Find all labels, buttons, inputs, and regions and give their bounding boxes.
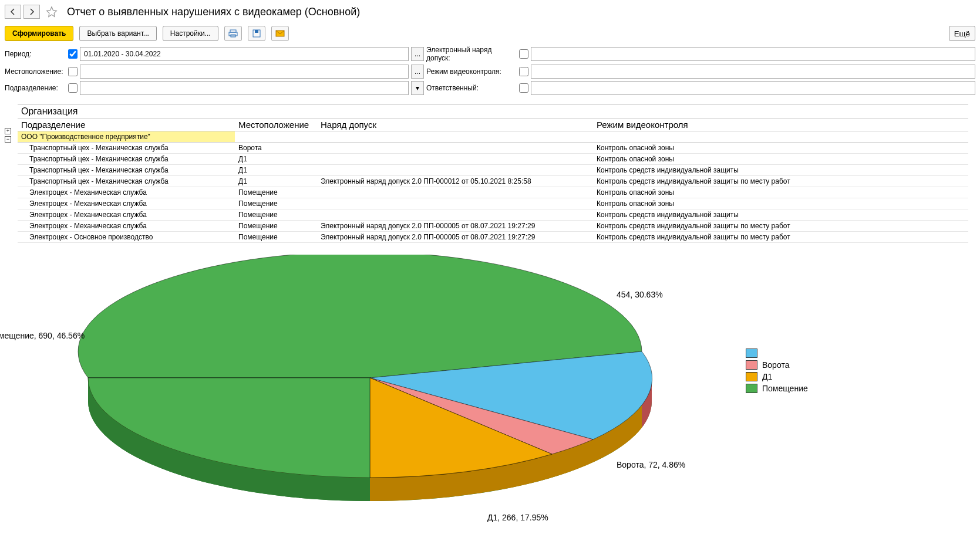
legend-swatch-pom [746, 384, 757, 393]
responsible-input[interactable] [531, 81, 975, 95]
period-label: Период: [5, 50, 63, 58]
location-input[interactable] [80, 65, 409, 79]
chart-label-vorota: Ворота, 72, 4.86% [617, 460, 685, 469]
chart-label-d1: Д1, 266, 17.95% [487, 513, 548, 522]
table-row[interactable]: Электроцех - Механическая службаПомещени… [18, 198, 968, 209]
org-name-cell[interactable]: ООО "Производственное предприятие" [18, 131, 968, 143]
pie-chart: 454, 30.63% Ворота, 72, 4.86% Д1, 266, 1… [18, 255, 722, 538]
table-row[interactable]: Электроцех - Механическая службаПомещени… [18, 187, 968, 198]
videomode-input[interactable] [531, 65, 975, 79]
nav-back-button[interactable] [5, 5, 21, 19]
col-division: Подразделение [18, 119, 235, 131]
expand-all-button[interactable]: + [5, 128, 11, 134]
page-title: Отчет о выявленных нарушениях с видеокам… [67, 6, 360, 18]
legend-swatch-d1 [746, 372, 757, 381]
col-mode: Режим видеоконтроля [593, 119, 968, 131]
col-location: Местоположение [235, 119, 317, 131]
responsible-label: Ответственный: [426, 84, 514, 92]
epermit-checkbox[interactable] [519, 49, 528, 59]
period-picker-button[interactable]: ... [411, 47, 424, 61]
collapse-button[interactable]: − [5, 136, 11, 143]
chart-label-pom: Помещение, 690, 46.56% [0, 331, 85, 340]
table-row[interactable]: Транспортный цех - Механическая службаД1… [18, 165, 968, 176]
legend-swatch-vorota [746, 360, 757, 370]
table-row[interactable]: Электроцех - Механическая службаПомещени… [18, 221, 968, 232]
location-label: Местоположение: [5, 67, 63, 76]
table-row[interactable]: Электроцех - Основное производствоПомеще… [18, 232, 968, 243]
svg-rect-1 [229, 32, 237, 36]
division-label: Подразделение: [5, 84, 63, 92]
report-table: Организация Подразделение Местоположение… [18, 104, 968, 243]
table-row[interactable]: Электроцех - Механическая службаПомещени… [18, 209, 968, 221]
division-input[interactable] [80, 81, 409, 95]
svg-rect-4 [255, 30, 258, 33]
svg-rect-0 [230, 30, 236, 32]
division-checkbox[interactable] [68, 83, 78, 93]
videomode-checkbox[interactable] [519, 67, 528, 76]
period-input[interactable] [80, 47, 409, 61]
settings-button[interactable]: Настройки... [163, 26, 218, 41]
generate-button[interactable]: Сформировать [5, 26, 73, 41]
legend-label-d1: Д1 [762, 372, 772, 381]
table-row[interactable]: Транспортный цех - Механическая службаД1… [18, 154, 968, 165]
legend-label-vorota: Ворота [762, 360, 789, 370]
choose-variant-button[interactable]: Выбрать вариант... [79, 26, 156, 41]
favorite-star-icon[interactable] [46, 6, 58, 18]
period-checkbox[interactable] [68, 49, 78, 59]
videomode-label: Режим видеоконтроля: [426, 67, 514, 76]
location-picker-button[interactable]: ... [411, 65, 424, 79]
chart-legend: Ворота Д1 Помещение [746, 349, 808, 395]
chart-label-blank: 454, 30.63% [617, 290, 663, 299]
location-checkbox[interactable] [68, 67, 78, 76]
print-button[interactable] [224, 26, 242, 41]
epermit-input[interactable] [531, 47, 975, 61]
org-header: Организация [18, 105, 968, 119]
nav-forward-button[interactable] [23, 5, 40, 19]
table-row[interactable]: Транспортный цех - Механическая службаВо… [18, 143, 968, 154]
legend-swatch-blank [746, 349, 757, 358]
table-row[interactable]: Транспортный цех - Механическая службаД1… [18, 176, 968, 187]
email-button[interactable] [271, 26, 289, 41]
col-permit: Наряд допуск [317, 119, 593, 131]
more-button[interactable]: Ещё [949, 26, 975, 41]
save-button[interactable] [248, 26, 265, 41]
responsible-checkbox[interactable] [519, 83, 528, 93]
epermit-label: Электронный наряд допуск: [426, 46, 514, 62]
legend-label-pom: Помещение [762, 384, 808, 393]
division-dropdown-button[interactable]: ▾ [411, 81, 424, 95]
